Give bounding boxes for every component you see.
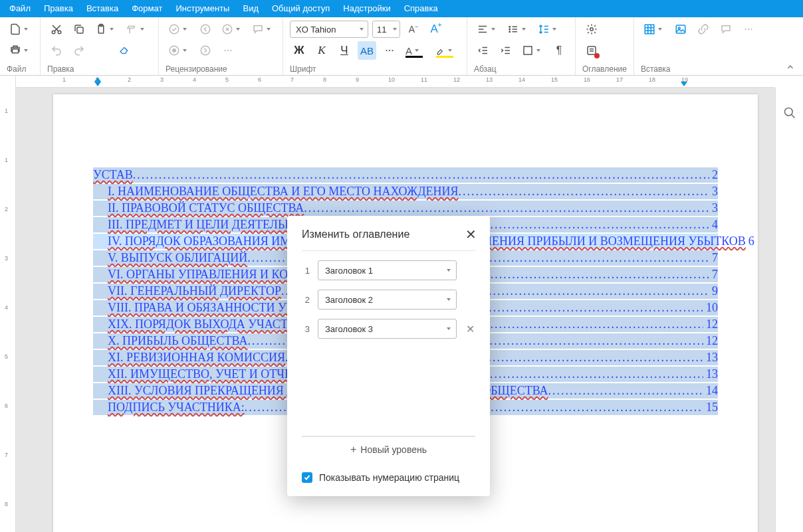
toc-leader: ........................................… <box>458 185 709 199</box>
toc-page: 14 <box>703 384 718 398</box>
list-button[interactable] <box>505 20 531 39</box>
toc-entry[interactable]: I. НАИМЕНОВАНИЕ ОБЩЕСТВА И ЕГО МЕСТО НАХ… <box>93 184 718 199</box>
svg-point-23 <box>590 28 594 31</box>
right-sidebar <box>775 88 803 532</box>
add-level-button[interactable]: + Новый уровень <box>302 436 475 462</box>
toc-title: ПОДПИСЬ УЧАСТНИКА: <box>108 400 245 414</box>
vertical-ruler[interactable]: 11234567891011 <box>0 76 16 532</box>
font-name-select[interactable]: XO Tahion <box>290 21 368 38</box>
table-button[interactable] <box>641 20 667 39</box>
format-painter-button[interactable] <box>123 20 150 39</box>
line-spacing-button[interactable] <box>535 20 562 39</box>
insert-comment-button[interactable] <box>717 20 735 39</box>
search-icon[interactable] <box>780 104 799 122</box>
group-label-file: Файл <box>7 64 33 74</box>
level-number: 1 <box>302 266 310 276</box>
group-label-toc: Оглавление <box>582 64 627 74</box>
toc-settings-button[interactable] <box>582 20 601 39</box>
pilcrow-button[interactable]: ¶ <box>550 41 568 60</box>
underline-button[interactable]: Ч <box>335 41 354 60</box>
toc-title: V. ВЫПУСК ОБЛИГАЦИЙ <box>108 251 247 265</box>
menu-инструменты[interactable]: Инструменты <box>169 0 236 17</box>
more-insert-button[interactable] <box>739 20 758 39</box>
comment-button[interactable] <box>249 20 276 39</box>
svg-point-15 <box>230 50 231 51</box>
toc-page: 2 <box>709 168 718 182</box>
toc-title: VII. ГЕНЕРАЛЬНЫЙ ДИРЕКТОР <box>108 284 281 298</box>
level-style-select[interactable]: Заголовок 2 <box>318 290 457 310</box>
svg-point-12 <box>201 46 210 55</box>
toc-update-button[interactable] <box>582 41 601 60</box>
toc-title: I. НАИМЕНОВАНИЕ ОБЩЕСТВА И ЕГО МЕСТО НАХ… <box>108 185 458 199</box>
align-button[interactable] <box>474 20 501 39</box>
toc-entry[interactable]: II. ПРАВОВОЙ СТАТУС ОБЩЕСТВА............… <box>93 201 718 216</box>
level-style-select[interactable]: Заголовок 1 <box>318 260 457 280</box>
collapse-ribbon-button[interactable] <box>786 62 795 74</box>
italic-button[interactable]: К <box>312 41 331 60</box>
svg-point-3 <box>58 31 61 34</box>
svg-point-11 <box>173 49 176 52</box>
print-button[interactable] <box>7 41 33 60</box>
svg-rect-25 <box>645 25 654 34</box>
redo-button[interactable] <box>70 41 88 60</box>
svg-point-2 <box>52 31 55 34</box>
remove-level-button[interactable]: ✕ <box>465 323 475 335</box>
eraser-button[interactable] <box>115 41 134 60</box>
toc-page: 7 <box>709 268 718 282</box>
toc-page: 10 <box>703 301 718 315</box>
menu-файл[interactable]: Файл <box>3 0 37 17</box>
menu-формат[interactable]: Формат <box>125 0 169 17</box>
toc-entry[interactable]: УСТАВ...................................… <box>93 167 718 183</box>
svg-point-19 <box>509 27 511 28</box>
paste-button[interactable] <box>92 20 119 39</box>
show-pages-label: Показывать нумерацию страниц <box>319 472 459 483</box>
copy-button[interactable] <box>70 20 88 39</box>
indent-inc-button[interactable] <box>497 41 515 60</box>
toc-page: 13 <box>703 351 718 365</box>
menu-вставка[interactable]: Вставка <box>80 0 125 17</box>
more-font-button[interactable] <box>380 41 399 60</box>
accept-button[interactable] <box>166 20 192 39</box>
prev-change-button[interactable] <box>196 20 215 39</box>
group-label-paragraph: Абзац <box>474 64 568 74</box>
menu-вид[interactable]: Вид <box>236 0 265 17</box>
font-size-select[interactable]: 11 <box>372 21 400 38</box>
group-label-font: Шрифт <box>290 64 460 74</box>
menu-правка[interactable]: Правка <box>37 0 80 17</box>
toc-page: 12 <box>703 317 718 331</box>
bold-button[interactable]: Ж <box>290 41 308 60</box>
more-review-button[interactable] <box>219 41 237 60</box>
toc-page: 3 <box>709 185 718 199</box>
level-style-select[interactable]: Заголовок 3 <box>318 319 457 339</box>
link-button[interactable] <box>694 20 713 39</box>
menu-общий доступ[interactable]: Общий доступ <box>265 0 336 17</box>
dialog-title: Изменить оглавление <box>302 228 409 240</box>
menu-надстройки[interactable]: Надстройки <box>336 0 397 17</box>
menubar: ФайлПравкаВставкаФорматИнструментыВидОбщ… <box>0 0 803 17</box>
toc-page: 3 <box>709 201 718 215</box>
indent-dec-button[interactable] <box>474 41 493 60</box>
svg-point-7 <box>170 25 179 34</box>
show-pages-checkbox[interactable] <box>302 472 312 483</box>
menu-справка[interactable]: Справка <box>398 0 445 17</box>
track-changes-button[interactable] <box>166 41 192 60</box>
next-change-button[interactable] <box>196 41 215 60</box>
highlight-button[interactable] <box>433 41 460 60</box>
svg-point-8 <box>201 25 210 34</box>
undo-button[interactable] <box>47 41 66 60</box>
borders-button[interactable] <box>519 41 546 60</box>
svg-point-14 <box>227 50 229 51</box>
image-button[interactable] <box>671 20 690 39</box>
close-icon[interactable]: ✕ <box>465 228 477 241</box>
svg-point-17 <box>389 50 390 51</box>
increase-font-button[interactable]: A+ <box>427 20 445 39</box>
strike-button[interactable]: AB <box>358 41 376 60</box>
svg-point-13 <box>224 50 225 51</box>
new-file-button[interactable] <box>7 20 33 39</box>
level-row: 3Заголовок 3✕ <box>302 319 475 339</box>
reject-button[interactable] <box>219 20 245 39</box>
level-row: 1Заголовок 1✕ <box>302 260 475 280</box>
cut-button[interactable] <box>47 20 66 39</box>
font-color-button[interactable]: A <box>403 41 429 60</box>
decrease-font-button[interactable]: A− <box>404 20 423 39</box>
